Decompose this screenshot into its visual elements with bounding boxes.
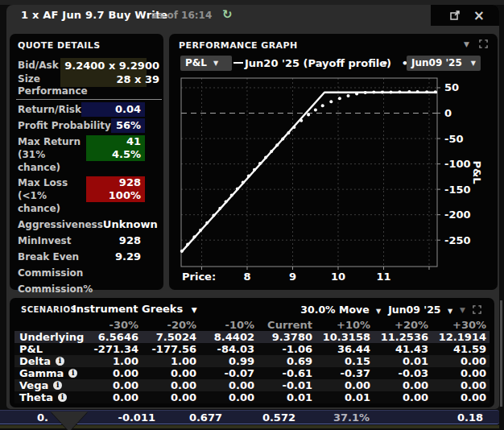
- quote-row-label: Return/Risk: [18, 104, 81, 115]
- svg-text:-100: -100: [444, 158, 471, 170]
- scenario-cell: 0.00: [142, 391, 200, 403]
- scenario-cell: 0.01: [316, 391, 374, 403]
- scenario-row-label: Delta: [19, 355, 51, 367]
- chevron-down-icon: ▼: [192, 306, 197, 314]
- scenario-row-label: Underlying: [19, 331, 84, 343]
- background-row-value: 0.677: [189, 411, 222, 424]
- quote-row-value: 100%: [86, 189, 141, 202]
- scenario-cell: 41.43: [374, 343, 432, 355]
- scenario-cell: 9.3780: [258, 331, 316, 343]
- quote-row: Max Return(31% chance)414.5%: [16, 135, 145, 174]
- quote-row: AggressivenessUnknown: [16, 217, 145, 233]
- svg-text:-150: -150: [444, 184, 471, 196]
- scenario-column-header: -30%: [84, 319, 142, 331]
- quote-row: Profit Probability56%: [16, 118, 145, 133]
- scenario-cell: -1.06: [258, 343, 316, 355]
- background-row-value: 0.: [37, 411, 48, 424]
- scenarios-header-row: -30%-20%-10%Current+10%+20%+30%: [14, 319, 490, 331]
- scenario-cell: 0.69: [258, 355, 316, 367]
- background-row-value: 0.18: [457, 411, 483, 424]
- scenario-cell: 0.00: [200, 379, 258, 391]
- scenario-cell: 10.3158: [316, 331, 374, 343]
- quote-row-value: 0.04: [81, 102, 145, 117]
- move-dropdown[interactable]: 30.0% Move ▼: [300, 304, 381, 316]
- quote-row-value: 928: [86, 176, 141, 189]
- buy-write-window: 1 x AF Jun 9.7 Buy Write as of 16:14 ↻ ×…: [6, 5, 499, 409]
- scenario-row: Gammai0.000.00-0.07-0.61-0.37-0.030.00: [14, 367, 490, 379]
- scenario-cell: -0.07: [200, 367, 258, 379]
- screen: 0.-0.0110.6770.57237.1%0.18 1 x AF Jun 9…: [0, 0, 504, 430]
- scenario-cell: -0.37: [316, 367, 374, 379]
- size-label: Size: [18, 73, 40, 85]
- scenario-cell: 41.59: [432, 343, 490, 355]
- panel-collapse-icon[interactable]: ▼: [460, 306, 465, 314]
- scenario-cell: -177.56: [142, 343, 200, 355]
- scenario-row: P&L-271.34-177.56-84.03-1.0636.4441.4341…: [14, 343, 490, 355]
- scenarios-controls: 30.0% Move ▼ Jun09 '25 ▼ ▼: [300, 304, 481, 316]
- scenario-column-header: +30%: [432, 319, 490, 331]
- scenario-cell: 0.00: [432, 367, 490, 379]
- expand-panel-icon[interactable]: [473, 305, 481, 314]
- scenario-cell: 1.00: [142, 355, 200, 367]
- scenarios-title: SCENARIOS: [21, 305, 76, 314]
- chevron-down-icon: ▼: [448, 308, 452, 315]
- quote-row-value: 4.5%: [86, 148, 141, 161]
- svg-text:-250: -250: [444, 234, 471, 246]
- quote-row-label: Profit Probability: [18, 120, 111, 131]
- scenario-cell: 0.00: [84, 367, 142, 379]
- info-icon[interactable]: i: [68, 369, 77, 378]
- quote-row-label: MinInvest: [18, 235, 119, 246]
- background-row-value: 37.1%: [333, 411, 370, 424]
- scenario-cell: -0.03: [374, 367, 432, 379]
- as-of-timestamp: as of 16:14: [151, 10, 212, 21]
- scenario-cell: 0.00: [142, 367, 200, 379]
- refresh-icon[interactable]: ↻: [222, 7, 233, 22]
- quote-row-value: 9.29: [115, 250, 145, 264]
- quote-row-label: Commission%: [18, 283, 141, 295]
- scenarios-date-dropdown[interactable]: Jun09 '25 ▼: [388, 304, 452, 316]
- quote-rows: Return/Risk0.04Profit Probability56%Max …: [16, 102, 145, 313]
- greeks-dropdown[interactable]: Instrument Greeks ▼: [72, 303, 197, 315]
- info-icon[interactable]: i: [58, 393, 67, 402]
- size-value: 28 x 39: [116, 73, 159, 85]
- scenario-cell: 1.00: [84, 355, 142, 367]
- scenario-cell: -271.34: [84, 343, 142, 355]
- quote-row-value: [141, 282, 145, 296]
- scenario-cell: 0.00: [84, 391, 142, 403]
- scenario-cell: 0.00: [374, 379, 432, 391]
- scenario-row-label: Vega: [19, 379, 48, 391]
- scenario-cell: 7.5024: [142, 331, 200, 343]
- svg-text:Price:: Price:: [182, 271, 216, 283]
- scenario-cell: 0.00: [142, 379, 200, 391]
- svg-text:11: 11: [376, 271, 390, 283]
- payoff-chart[interactable]: 500-50-100-150-200-250891011Price:P&L: [169, 34, 498, 290]
- info-icon[interactable]: i: [56, 357, 64, 366]
- scenario-row-label: Gamma: [19, 367, 64, 379]
- titlebar-icon-group: ×: [431, 5, 499, 26]
- scenario-cell: 0.00: [200, 391, 258, 403]
- popout-icon[interactable]: [449, 10, 461, 21]
- scenario-column-header: Current: [258, 319, 316, 331]
- scenario-row: Underlying6.56467.50248.44029.378010.315…: [14, 331, 490, 343]
- scenario-cell: 6.5646: [84, 331, 142, 343]
- background-app-right-edge: [500, 300, 502, 407]
- scenario-cell: -0.61: [258, 367, 316, 379]
- window-callout-tail: [51, 411, 88, 430]
- scenario-cell: 0.01: [258, 391, 316, 403]
- quote-row-label: Break Even: [18, 251, 115, 263]
- scenario-cell: 0.00: [316, 379, 374, 391]
- svg-text:8: 8: [243, 271, 250, 283]
- quote-row-value: 56%: [111, 118, 145, 133]
- svg-text:0: 0: [444, 107, 452, 119]
- scenario-cell: 0.00: [374, 391, 432, 403]
- window-titlebar[interactable]: 1 x AF Jun 9.7 Buy Write as of 16:14 ↻ ×: [6, 5, 499, 26]
- info-icon[interactable]: i: [53, 381, 62, 390]
- scenario-cell: 0.15: [316, 355, 374, 367]
- quote-row-label: Max Loss: [18, 176, 86, 189]
- close-icon[interactable]: ×: [473, 10, 485, 21]
- quote-row-label: (31% chance): [18, 148, 86, 174]
- scenario-cell: 0.01: [374, 355, 432, 367]
- performance-graph-panel: PERFORMANCE GRAPH ▼ P&L ▼ Jun20 '25 (Pay…: [169, 34, 498, 290]
- scenarios-table: -30%-20%-10%Current+10%+20%+30%Underlyin…: [14, 319, 490, 403]
- quote-row-label: Max Return: [18, 135, 86, 148]
